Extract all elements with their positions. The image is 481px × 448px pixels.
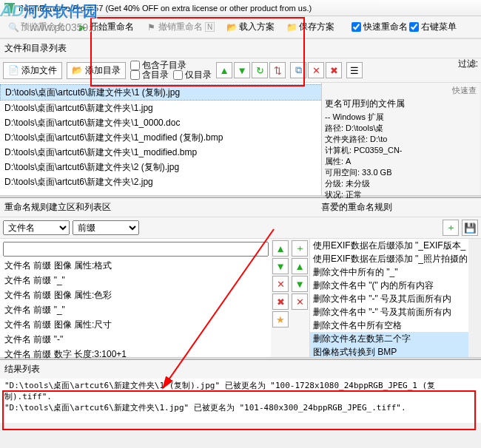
- rule-add-button[interactable]: ＋: [443, 220, 459, 236]
- result-row: "D:\tools\桌面\artcut6\新建文件夹\1 (复制).jpg" 已…: [4, 380, 477, 402]
- delete-icon: ✕: [296, 296, 304, 308]
- arrow-up-icon: ▲: [295, 261, 304, 272]
- rule-row[interactable]: 文件名 前缀 图像 属性:格式: [0, 258, 271, 273]
- result-row: "D:\tools\桌面\artcut6\新建文件夹\1.jpg" 已被更名为 …: [4, 402, 477, 413]
- app-icon: [4, 3, 15, 13]
- info-header: 更名可用到的文件属: [325, 98, 477, 109]
- rule-clear-button[interactable]: ✖: [272, 293, 289, 310]
- fav-rules-list[interactable]: 使用EXIF数据在后缀添加 "_EXIF版本_ 使用EXIF数据在后缀添加 "_…: [309, 239, 468, 357]
- delete-icon: ✕: [277, 279, 285, 290]
- remove-icon: ✖: [330, 65, 338, 76]
- move-down-button[interactable]: ▼: [234, 62, 250, 78]
- file-list[interactable]: D:\tools\桌面\artcut6\新建文件夹\1 (复制).jpg D:\…: [0, 83, 323, 195]
- rule-save-button[interactable]: 💾: [462, 220, 478, 236]
- dir-options-group: 包含子目录 含目录 仅目录: [130, 61, 212, 80]
- sort-icon: ⇅: [274, 65, 282, 76]
- filter-area: 过滤:: [458, 58, 478, 70]
- fav-row[interactable]: 删除文件名中 "-" 号及其后面所有内: [310, 292, 468, 305]
- copy-icon: ⧉: [295, 64, 302, 76]
- list-icon: ☰: [350, 65, 359, 76]
- arrow-down-icon: ▼: [295, 279, 304, 290]
- file-row[interactable]: D:\tools\桌面\artcut6\新建文件夹\2 (复制).jpg: [0, 160, 323, 174]
- rule-row[interactable]: 文件名 前缀 "_": [0, 273, 271, 288]
- arrow-up-icon: ▲: [219, 65, 229, 76]
- file-row[interactable]: D:\tools\桌面\artcut6\新建文件夹\1_0000.doc: [0, 115, 323, 130]
- rule-row[interactable]: 文件名 前缀 "_": [0, 302, 271, 317]
- rule-row[interactable]: 文件名 前缀 "-": [0, 332, 271, 347]
- file-info-panel: 快速查 更名可用到的文件属 -- Windows 扩展 路径: D:\tools…: [321, 83, 480, 195]
- file-icon: 📄: [8, 65, 19, 75]
- rule-row[interactable]: 文件名 前缀 数字 长度:3:100+1: [0, 347, 271, 362]
- rules-area-label: 重命名规则建立区和列表区: [4, 201, 111, 214]
- fav-row[interactable]: 删除文件名中所有空格: [310, 319, 468, 332]
- rule-up-button[interactable]: ▲: [272, 240, 289, 257]
- list-button[interactable]: ☰: [346, 62, 363, 78]
- undo-rename-button[interactable]: ⚑撤销重命名N: [141, 18, 220, 35]
- clear-icon: ✖: [277, 296, 285, 308]
- save-plan-button[interactable]: 📁保存方案: [281, 18, 340, 35]
- rule-controls: 文件名 前缀 ＋ 💾: [0, 217, 481, 239]
- load-plan-button[interactable]: 📂载入方案: [221, 18, 280, 35]
- file-row[interactable]: D:\tools\桌面\artcut6\新建文件夹\1.jpg: [0, 101, 323, 115]
- add-dir-button[interactable]: 📂添加目录: [67, 62, 126, 79]
- rule-del-button[interactable]: ✕: [272, 276, 289, 292]
- fav-rules-label: 喜爱的重命名规则: [321, 201, 477, 214]
- preview-icon: 🔍: [8, 22, 18, 33]
- fav-row[interactable]: 使用EXIF数据在后缀添加 "_EXIF版本_: [310, 239, 468, 252]
- results-list[interactable]: "D:\tools\桌面\artcut6\新建文件夹\1 (复制).jpg" 已…: [0, 379, 481, 423]
- fav-add-button[interactable]: ＋: [292, 240, 308, 257]
- folder-save-icon: 📁: [286, 22, 297, 33]
- arrow-up-icon: ▲: [275, 243, 285, 254]
- window-titlebar: BatchRename Pro 3.57 (Get 40% OFF on ext…: [0, 0, 481, 16]
- fav-down-button[interactable]: ▼: [292, 276, 308, 292]
- copy-button[interactable]: ⧉: [290, 62, 306, 78]
- rule-row[interactable]: 文件名 前缀 图像 属性:尺寸: [0, 317, 271, 332]
- flag-icon: ⚑: [146, 22, 156, 33]
- refresh-icon: ↻: [256, 65, 264, 76]
- folder-icon: 📂: [72, 65, 83, 75]
- rule-row[interactable]: 文件名 前缀 图像 属性:色彩: [0, 288, 271, 302]
- rule-side-buttons: ▲ ▼ ✕ ✖ ★: [271, 239, 290, 357]
- fav-up-button[interactable]: ▲: [292, 258, 308, 274]
- move-up-button[interactable]: ▲: [216, 62, 232, 78]
- play-icon: ▶: [77, 22, 87, 33]
- fav-row[interactable]: 图像格式转换到 BMP: [310, 345, 468, 357]
- add-file-button[interactable]: 📄添加文件: [3, 62, 62, 79]
- window-title: BatchRename Pro 3.57 (Get 40% OFF on ext…: [18, 4, 312, 13]
- refresh-button[interactable]: ↻: [252, 62, 268, 78]
- include-dir-checkbox[interactable]: 含目录: [130, 70, 169, 80]
- fav-del-button[interactable]: ✕: [292, 293, 308, 310]
- plus-icon: ＋: [446, 221, 456, 234]
- rule-list[interactable]: 文件名 前缀 图像 属性:格式 文件名 前缀 "_" 文件名 前缀 图像 属性:…: [0, 239, 271, 357]
- star-icon: ★: [276, 314, 285, 325]
- rule-position-select[interactable]: 前缀: [73, 220, 139, 235]
- rule-input[interactable]: [3, 242, 269, 257]
- arrow-down-icon: ▼: [237, 65, 246, 76]
- rule-target-select[interactable]: 文件名: [3, 220, 70, 235]
- only-dir-checkbox[interactable]: 仅目录: [173, 70, 212, 80]
- rightmenu-checkbox[interactable]: 右键菜单: [409, 21, 457, 33]
- fav-row[interactable]: 删除文件中所有的 "_": [310, 265, 468, 279]
- fav-side-buttons: ＋ ▲ ▼ ✕: [290, 239, 309, 357]
- rules-section-header: 重命名规则建立区和列表区 喜爱的重命名规则: [0, 197, 481, 217]
- remove-button[interactable]: ✖: [326, 62, 342, 78]
- delete-button[interactable]: ✕: [308, 62, 324, 78]
- quick-rename-checkbox[interactable]: 快速重命名: [352, 21, 408, 33]
- preview-rename-button[interactable]: 🔍预览重命名: [3, 18, 70, 35]
- file-row[interactable]: D:\tools\桌面\artcut6\新建文件夹\1_modified (复制…: [0, 130, 323, 145]
- fav-row[interactable]: 删除文件名左数第二个字: [310, 332, 468, 345]
- rule-down-button[interactable]: ▼: [272, 258, 289, 274]
- delete-icon: ✕: [312, 65, 320, 76]
- start-rename-button[interactable]: ▶开始重命名: [72, 18, 139, 35]
- file-row[interactable]: D:\tools\桌面\artcut6\新建文件夹\2.jpg: [0, 174, 323, 189]
- file-row[interactable]: D:\tools\桌面\artcut6\新建文件夹\1 (复制).jpg: [0, 84, 323, 101]
- file-row[interactable]: D:\tools\桌面\artcut6\新建文件夹\1_modified.bmp: [0, 145, 323, 160]
- save-icon: 💾: [464, 223, 477, 234]
- fav-row[interactable]: 删除文件名中 "-" 号及其前面所有内: [310, 305, 468, 319]
- sort-button[interactable]: ⇅: [269, 62, 286, 78]
- fav-row[interactable]: 使用EXIF数据在后缀添加 "_照片拍摄的: [310, 252, 468, 265]
- fav-row[interactable]: 删除文件名中 "(" 内的所有内容: [310, 279, 468, 292]
- rule-fav-button[interactable]: ★: [272, 311, 289, 327]
- main-toolbar: 🔍预览重命名 ▶开始重命名 ⚑撤销重命名N 📂载入方案 📁保存方案 快速重命名 …: [0, 16, 481, 38]
- plus-icon: ＋: [295, 242, 305, 255]
